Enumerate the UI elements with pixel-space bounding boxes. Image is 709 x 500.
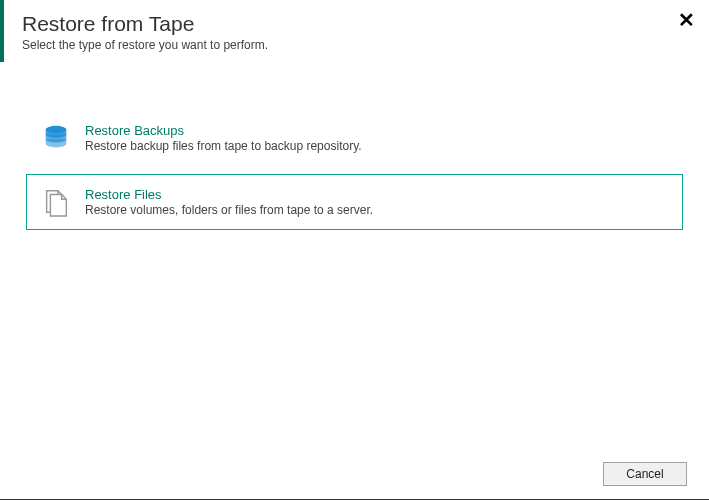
options-list: Restore Backups Restore backup files fro… — [0, 110, 709, 230]
dialog-footer: Cancel — [603, 462, 687, 486]
option-restore-backups[interactable]: Restore Backups Restore backup files fro… — [26, 110, 683, 166]
option-desc: Restore volumes, folders or files from t… — [85, 203, 373, 217]
dialog-header: Restore from Tape Select the type of res… — [0, 0, 709, 52]
files-icon — [41, 187, 71, 217]
option-restore-files[interactable]: Restore Files Restore volumes, folders o… — [26, 174, 683, 230]
dialog-subtitle: Select the type of restore you want to p… — [22, 38, 709, 52]
close-icon[interactable]: ✕ — [678, 10, 695, 30]
option-text: Restore Backups Restore backup files fro… — [85, 123, 362, 153]
database-icon — [41, 123, 71, 153]
option-text: Restore Files Restore volumes, folders o… — [85, 187, 373, 217]
dialog-title: Restore from Tape — [22, 12, 709, 36]
option-title: Restore Backups — [85, 123, 362, 138]
option-title: Restore Files — [85, 187, 373, 202]
cancel-button[interactable]: Cancel — [603, 462, 687, 486]
option-desc: Restore backup files from tape to backup… — [85, 139, 362, 153]
accent-bar — [0, 0, 4, 62]
